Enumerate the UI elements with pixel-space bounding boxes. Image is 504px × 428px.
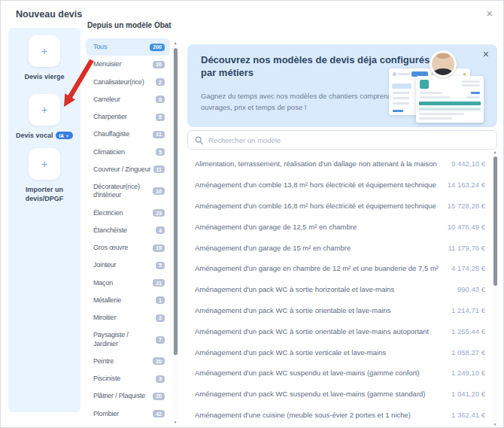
count-badge: 7 bbox=[156, 336, 165, 344]
category-item[interactable]: Gros œuvre 19 bbox=[86, 239, 170, 256]
template-row[interactable]: Aménagement d'un pack WC suspendu et lav… bbox=[187, 384, 490, 405]
category-label: Gros œuvre bbox=[93, 244, 128, 252]
plus-tile[interactable]: + bbox=[29, 35, 60, 67]
template-price: 1 058,27 € bbox=[451, 348, 485, 357]
count-badge: 21 bbox=[153, 131, 165, 138]
scroll-down-icon[interactable]: ▼ bbox=[493, 422, 497, 426]
search-icon bbox=[195, 136, 203, 144]
option-label: Importer un devis/DPGF bbox=[11, 185, 77, 203]
scrollbar-thumb[interactable] bbox=[174, 48, 178, 355]
template-row[interactable]: Aménagement d'un pack WC à sortie vertic… bbox=[187, 341, 490, 363]
category-label: Décorateur(rice) d'intérieur bbox=[93, 183, 152, 200]
template-row[interactable]: Alimentation, terrassement, réalisation … bbox=[187, 153, 490, 175]
count-badge: 2 bbox=[156, 314, 165, 322]
template-search[interactable] bbox=[187, 130, 497, 150]
category-item[interactable]: Peintre 20 bbox=[86, 353, 170, 370]
template-row[interactable]: Aménagement d'un pack WC à sortie orient… bbox=[187, 300, 490, 321]
category-label: Maçon bbox=[93, 279, 113, 287]
scrollbar-thumb[interactable] bbox=[493, 156, 497, 286]
category-label: Plâtrier / Plaquiste bbox=[93, 392, 145, 400]
scroll-down-icon[interactable]: ▼ bbox=[174, 420, 178, 424]
ia-badge: IA ✦ bbox=[56, 132, 74, 139]
count-badge: 42 bbox=[153, 410, 165, 417]
count-badge: 2 bbox=[156, 78, 165, 86]
plus-icon: + bbox=[41, 158, 47, 170]
category-scrollbar[interactable]: ▲ ▼ bbox=[172, 41, 178, 424]
template-row[interactable]: Aménagement d'un garage de 12,5 m² en ch… bbox=[187, 216, 490, 237]
category-label: Pisciniste bbox=[93, 375, 120, 383]
template-row[interactable]: Aménagement d'une cuisine (meuble sous-é… bbox=[187, 405, 490, 426]
category-item[interactable]: Jointeur 5 bbox=[86, 256, 170, 274]
template-name: Alimentation, terrassement, réalisation … bbox=[195, 159, 437, 168]
template-row[interactable]: Aménagement d'un garage en chambre de 12… bbox=[187, 258, 490, 279]
category-item[interactable]: Plombier 42 bbox=[86, 405, 170, 423]
count-badge: 4 bbox=[156, 226, 165, 234]
category-item[interactable]: Décorateur(rice) d'intérieur 10 bbox=[86, 178, 170, 205]
category-item[interactable]: Plâtrier / Plaquiste 20 bbox=[86, 387, 170, 405]
scrollbar-track[interactable] bbox=[173, 45, 178, 420]
template-row[interactable]: Aménagement d'un garage de 15 m² en cham… bbox=[187, 237, 490, 258]
plus-icon: + bbox=[41, 104, 47, 116]
category-item[interactable]: Tous 200 bbox=[86, 38, 170, 56]
category-label: Étanchéiste bbox=[93, 226, 127, 235]
template-row[interactable]: Aménagement d'un pack WC à sortie orient… bbox=[187, 320, 490, 341]
category-item[interactable]: Étanchéiste 4 bbox=[86, 222, 170, 239]
template-name: Aménagement d'un comble 16,8 m² hors éle… bbox=[195, 202, 436, 210]
count-badge: 5 bbox=[156, 148, 165, 156]
template-row[interactable]: Aménagement d'un pack WC suspendu et lav… bbox=[187, 363, 490, 384]
category-item[interactable]: Couvreur / Zingueur 11 bbox=[86, 161, 170, 178]
template-name: Aménagement d'un garage de 15 m² en cham… bbox=[195, 244, 351, 252]
quote-option-card[interactable]: + Devis vierge ✦ bbox=[8, 35, 80, 81]
count-badge: 5 bbox=[156, 262, 165, 269]
category-label: Plombier bbox=[93, 410, 119, 418]
count-badge: 8 bbox=[156, 114, 165, 121]
plus-icon: + bbox=[41, 45, 47, 57]
category-item[interactable]: Électricien 23 bbox=[86, 205, 170, 222]
template-row[interactable]: Aménagement d'un comble 16,8 m² hors éle… bbox=[187, 196, 490, 217]
count-badge: 1 bbox=[156, 296, 165, 304]
template-name: Aménagement d'un pack WC suspendu et lav… bbox=[195, 369, 420, 377]
template-scrollbar[interactable]: ▲ ▼ bbox=[492, 150, 498, 426]
category-item[interactable]: Miroitier 2 bbox=[86, 309, 170, 326]
template-price: 1 362,41 € bbox=[451, 411, 485, 419]
template-list: Alimentation, terrassement, réalisation … bbox=[187, 153, 490, 428]
template-name: Aménagement d'un comble 13,8 m² hors éle… bbox=[195, 181, 436, 189]
scrollbar-track[interactable] bbox=[493, 154, 498, 422]
category-item[interactable]: Menuisier 20 bbox=[86, 56, 170, 73]
close-icon[interactable]: × bbox=[486, 8, 493, 19]
count-badge: 23 bbox=[153, 209, 165, 217]
count-badge: 20 bbox=[153, 61, 165, 68]
category-item[interactable]: Carreleur 8 bbox=[86, 91, 170, 108]
template-price: 11 179,76 € bbox=[448, 244, 485, 252]
page-title: Nouveau devis bbox=[16, 9, 82, 20]
category-item[interactable]: Charpentier 8 bbox=[86, 108, 170, 126]
template-name: Aménagement d'une cuisine (meuble sous-é… bbox=[195, 411, 411, 419]
category-item[interactable]: Climaticien 5 bbox=[86, 144, 170, 161]
plus-tile[interactable]: + bbox=[29, 94, 60, 126]
plus-tile[interactable]: + bbox=[29, 148, 60, 180]
category-item[interactable]: Pisciniste 3 bbox=[86, 370, 170, 387]
category-item[interactable]: Maçon 21 bbox=[86, 275, 170, 292]
count-badge: 8 bbox=[156, 96, 165, 103]
mini-invoice-card bbox=[416, 76, 484, 123]
category-label: Peintre bbox=[93, 357, 114, 366]
template-price: 14 163,24 € bbox=[448, 181, 485, 189]
category-item[interactable]: Canalisateur(rice) 2 bbox=[86, 74, 170, 91]
search-input[interactable] bbox=[208, 136, 490, 144]
category-label: Chauffagiste bbox=[93, 130, 129, 138]
template-row[interactable]: Aménagement d'un comble 13,8 m² hors éle… bbox=[187, 175, 490, 196]
template-price: 9 442,10 € bbox=[451, 159, 485, 168]
template-price: 10 476,49 € bbox=[448, 223, 485, 231]
category-label: Paysagiste / Jardinier bbox=[93, 331, 152, 348]
template-row[interactable]: Aménagement d'un pack WC à sortie horizo… bbox=[187, 279, 490, 300]
template-name: Aménagement d'un pack WC à sortie vertic… bbox=[195, 348, 386, 357]
quote-option-card[interactable]: + Devis vocal IA ✦ bbox=[8, 94, 80, 140]
category-label: Couvreur / Zingueur bbox=[93, 165, 150, 174]
category-item[interactable]: Paysagiste / Jardinier 7 bbox=[86, 326, 170, 353]
category-label: Climaticien bbox=[93, 148, 125, 156]
quote-option-card[interactable]: + Importer un devis/DPGF ✦ bbox=[8, 148, 80, 203]
category-item[interactable]: Métallerie 1 bbox=[86, 292, 170, 309]
category-label: Électricien bbox=[93, 209, 123, 217]
count-badge: 20 bbox=[153, 393, 165, 400]
category-item[interactable]: Chauffagiste 21 bbox=[86, 126, 170, 143]
